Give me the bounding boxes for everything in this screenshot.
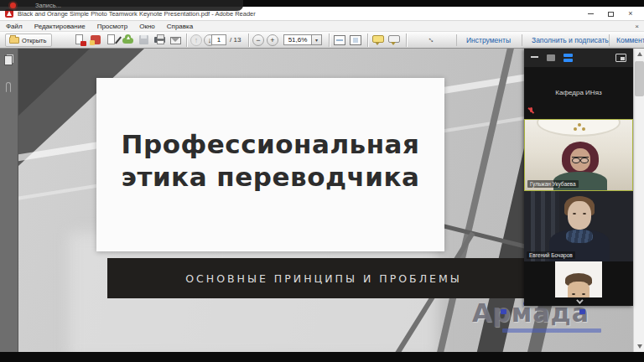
slide-subtitle: ОСНОВНЫЕ ПРИНЦИПЫ И ПРОБЛЕМЫ xyxy=(185,272,462,285)
fill-sign-button[interactable]: Заполнить и подписать xyxy=(525,32,615,49)
slide-subtitle-bar: ОСНОВНЫЕ ПРИНЦИПЫ И ПРОБЛЕМЫ xyxy=(107,258,540,298)
sticky-note-icon[interactable] xyxy=(372,35,384,43)
comments-button[interactable]: Комментарии xyxy=(610,32,644,49)
toolbar: Открыть ↑ ↓ / 13 − + 51,6% ▾ ↔ Инструмен… xyxy=(0,32,644,49)
create-pdf-icon[interactable] xyxy=(74,34,86,46)
mic-muted-icon xyxy=(528,107,533,115)
slide-title-card: Профессиональная этика переводчика xyxy=(96,78,444,251)
zoom-dropdown-icon[interactable]: ▾ xyxy=(312,34,322,45)
save-icon[interactable] xyxy=(138,34,150,46)
fit-width-icon[interactable] xyxy=(334,35,345,45)
chandelier-decor xyxy=(574,123,585,132)
video-tile-room[interactable]: Кафедра ИНяз xyxy=(524,67,633,119)
record-dot-icon xyxy=(10,3,16,8)
export-pdf-icon[interactable] xyxy=(90,34,102,46)
upload-cloud-icon[interactable] xyxy=(122,34,134,46)
scroll-down-icon[interactable] xyxy=(634,341,644,352)
slide-title: Профессиональная этика переводчика xyxy=(96,128,444,194)
participant-name: Кафедра ИНяз xyxy=(524,89,633,96)
open-label: Открыть xyxy=(22,37,46,44)
logo-tagline-bar xyxy=(502,328,601,333)
logo-dot-icon xyxy=(501,309,506,314)
participant-name: Евгений Бочаров xyxy=(527,251,575,259)
menubar-close-icon[interactable]: × xyxy=(635,21,639,32)
slide-title-line2: этика переводчика xyxy=(96,161,444,194)
menu-window[interactable]: Окно xyxy=(133,21,161,31)
menubar: Файл Редактирование Просмотр Окно Справк… xyxy=(0,21,644,32)
scrollbar-thumb[interactable] xyxy=(635,61,644,96)
screen-bottom-bar xyxy=(0,352,644,362)
meeting-panel: Кафедра ИНяз Гульжан Укубаева Евгений Бо… xyxy=(524,49,633,306)
chevron-down-icon xyxy=(576,297,583,303)
highlight-comment-icon[interactable] xyxy=(388,35,400,43)
page-thumbnails-icon[interactable] xyxy=(4,55,13,65)
fit-page-icon[interactable] xyxy=(350,35,361,45)
minimize-button[interactable] xyxy=(580,7,600,21)
tools-button[interactable]: Инструменты xyxy=(460,32,517,49)
zoom-level-value[interactable]: 51,6% xyxy=(283,34,312,45)
panel-collapse-bar[interactable] xyxy=(524,297,633,306)
panel-minimize-icon[interactable] xyxy=(531,56,538,58)
recording-label: Запись... xyxy=(35,2,61,9)
open-button[interactable]: Открыть xyxy=(5,34,52,47)
video-tile-participant[interactable] xyxy=(524,261,633,297)
gallery-view-icon[interactable] xyxy=(564,54,573,62)
page-total-label: / 13 xyxy=(230,36,241,44)
menu-help[interactable]: Справка xyxy=(161,21,199,31)
navigation-pane xyxy=(0,49,18,352)
menu-view[interactable]: Просмотр xyxy=(91,21,134,31)
sign-document-icon[interactable] xyxy=(106,34,118,46)
logo-dot-icon xyxy=(579,309,585,314)
zoom-out-button[interactable]: − xyxy=(252,34,264,46)
recording-indicator: Запись... xyxy=(0,0,243,11)
menu-edit[interactable]: Редактирование xyxy=(29,21,91,31)
attachments-icon[interactable] xyxy=(6,82,11,92)
slide-title-line1: Профессиональная xyxy=(96,128,444,161)
print-icon[interactable] xyxy=(153,34,166,46)
close-button[interactable]: × xyxy=(621,7,641,21)
folder-open-icon xyxy=(9,37,19,44)
scroll-up-icon[interactable] xyxy=(634,49,644,59)
fullscreen-mode-icon[interactable]: ↔ xyxy=(423,31,440,48)
menu-file[interactable]: Файл xyxy=(0,21,29,31)
zoom-in-button[interactable]: + xyxy=(267,34,278,46)
maximize-button[interactable] xyxy=(600,7,621,21)
email-icon[interactable] xyxy=(169,34,182,46)
screen: Black and Orange Simple Photo Teamwork K… xyxy=(0,0,644,362)
video-tile-participant[interactable]: Евгений Бочаров xyxy=(524,191,633,261)
speaker-view-icon[interactable] xyxy=(547,54,555,61)
page-number-input[interactable] xyxy=(211,34,226,45)
video-tile-participant[interactable]: Гульжан Укубаева xyxy=(524,119,633,191)
previous-page-button[interactable]: ↑ xyxy=(190,34,202,46)
participant-name: Гульжан Укубаева xyxy=(527,180,579,188)
pip-view-icon[interactable] xyxy=(615,54,626,62)
vertical-scrollbar[interactable] xyxy=(633,49,644,352)
meeting-panel-header xyxy=(524,49,633,67)
participant-video xyxy=(555,261,602,297)
